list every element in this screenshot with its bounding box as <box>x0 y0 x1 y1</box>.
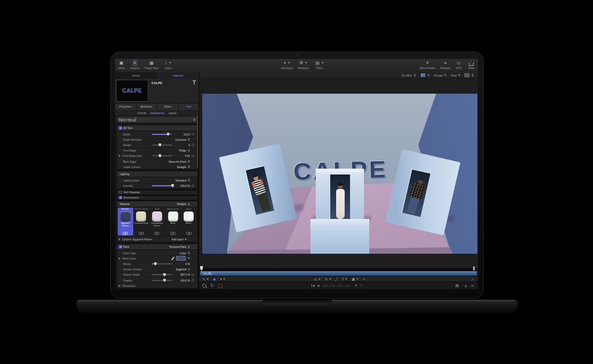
slider-depth[interactable] <box>152 134 172 135</box>
tool-mask-tool-icon[interactable] <box>363 277 366 281</box>
toolbar-button-library[interactable]: Library <box>118 59 125 70</box>
expand-icon[interactable] <box>470 277 474 281</box>
channel-swatch-control[interactable] <box>420 73 430 78</box>
disclosure-triangle-icon[interactable] <box>119 257 120 260</box>
tool-layers-icon[interactable] <box>455 284 459 287</box>
disclosure-triangle-icon[interactable] <box>119 285 120 287</box>
toolbar-button-filters[interactable]: Filters <box>314 59 325 70</box>
field-value[interactable]: 100.0 % <box>175 184 190 187</box>
viewer[interactable]: CALPE <box>202 94 477 254</box>
link-icon[interactable] <box>170 232 176 234</box>
slider-intensity[interactable] <box>152 185 172 186</box>
slider-thumb[interactable] <box>158 154 161 157</box>
popup-depth-direction[interactable]: Centered <box>171 138 186 141</box>
keyframe-icon[interactable] <box>192 274 194 276</box>
tab-properties[interactable]: Properties <box>115 103 136 110</box>
field-value[interactable]: 0 % <box>175 262 190 266</box>
toolbar-button-project-pane[interactable]: Project Pane <box>145 59 158 70</box>
popup-front-edge[interactable]: Ridge <box>171 149 186 152</box>
disclosure-triangle-icon[interactable] <box>119 238 120 240</box>
view-menu[interactable]: View <box>451 74 460 77</box>
keyframe-icon[interactable] <box>192 143 194 146</box>
tab-text[interactable]: Text <box>179 103 200 110</box>
field-value[interactable]: 4.61 <box>175 154 190 157</box>
tool-zoom-icon[interactable] <box>202 284 206 287</box>
subtab-layout[interactable]: Layout <box>168 111 176 115</box>
checkrow-environment[interactable]: Environment <box>116 195 198 200</box>
popup-surface-texture[interactable]: Eggshell <box>171 268 186 271</box>
stepper-icon[interactable] <box>188 165 190 168</box>
tool-loop-icon[interactable] <box>210 284 214 287</box>
stepper-icon[interactable] <box>188 149 190 152</box>
slider-weight[interactable] <box>152 145 172 146</box>
render-menu[interactable]: Render <box>434 74 446 77</box>
tool-image-tool-icon[interactable] <box>352 277 359 281</box>
checkbox[interactable] <box>119 191 122 194</box>
stepper-icon[interactable] <box>188 203 190 206</box>
checkbox[interactable] <box>119 245 122 248</box>
keyframe-icon[interactable] <box>192 279 194 282</box>
toolbar-button-replicate[interactable]: Replicate <box>440 59 451 70</box>
stepper-icon[interactable] <box>188 268 190 271</box>
stepper-icon[interactable] <box>188 246 190 248</box>
toolbar-button-hud[interactable]: HUD <box>455 59 462 70</box>
paint-color-swatch[interactable] <box>176 256 186 261</box>
tool-pen-tool-icon[interactable] <box>325 277 331 281</box>
toolbar-button-import[interactable]: Import <box>163 59 173 70</box>
keyframe-icon[interactable] <box>192 185 194 187</box>
toolbar-button-make-particles[interactable]: Make Particles <box>420 59 436 70</box>
loop-playback-icon[interactable] <box>360 284 363 287</box>
field-value[interactable]: 100.0 % <box>175 279 190 282</box>
field-value[interactable]: 397.0 % <box>175 273 190 276</box>
tool-cursor-icon[interactable] <box>202 277 209 281</box>
previous-frame-button[interactable] <box>311 284 315 287</box>
checkbox[interactable] <box>119 196 122 199</box>
popup-inside-corners[interactable]: Straight <box>171 165 186 169</box>
tab-behaviors[interactable]: Behaviors <box>136 103 158 110</box>
material-swatch-cracked-paint[interactable]: FRONT EDGECracked Paint <box>134 208 149 236</box>
toolbar-button-add-object[interactable]: Add Object <box>281 59 293 70</box>
tool-adjust-icon[interactable] <box>220 277 225 281</box>
fit-zoom-control[interactable]: Fit: 68% <box>402 74 416 77</box>
stepper-icon[interactable] <box>188 138 190 141</box>
panel-tab-library[interactable]: Library <box>115 72 157 79</box>
pin-icon[interactable] <box>194 81 195 85</box>
tool-sync-icon[interactable] <box>471 284 474 287</box>
tool-text-tool-icon[interactable] <box>342 277 347 281</box>
material-swatch-eggshell-plaster[interactable]: FRONTEggshell Plaster <box>118 208 133 236</box>
popup-paint[interactable]: Textured Paint <box>169 245 186 248</box>
keyframe-icon[interactable] <box>192 133 194 135</box>
toolbar-button-behaviors[interactable]: Behaviors <box>298 59 309 70</box>
material-swatch-basic[interactable]: BACK EDGEBasic <box>165 208 181 236</box>
slider-thumb[interactable] <box>171 184 174 187</box>
tab-filters[interactable]: Filters <box>157 103 179 110</box>
tool-transform-icon[interactable] <box>213 277 216 281</box>
tool-rect-tool-icon[interactable] <box>314 277 321 281</box>
play-button[interactable] <box>318 285 320 287</box>
view-layout-control[interactable] <box>465 73 474 77</box>
checkrow-self-shadows[interactable]: Self Shadows <box>116 190 198 195</box>
panel-scrollbar[interactable] <box>197 115 198 169</box>
slider-texture-depth[interactable] <box>152 274 172 275</box>
slider-sheen[interactable] <box>152 263 172 264</box>
add-layer-button[interactable]: Add Layer <box>171 238 187 241</box>
timeline-ruler[interactable] <box>200 267 477 271</box>
toolbar-button-inspector[interactable]: Inspector <box>130 59 140 70</box>
field-value[interactable]: 0 <box>175 143 190 147</box>
link-icon[interactable] <box>186 232 192 234</box>
stepper-icon[interactable] <box>188 252 190 254</box>
tool-speaker-icon[interactable] <box>463 284 466 288</box>
link-icon[interactable] <box>139 232 144 234</box>
stepper-icon[interactable] <box>188 160 190 163</box>
chevron-down-icon[interactable] <box>355 285 357 286</box>
slider-thumb[interactable] <box>154 262 157 266</box>
slider-front-edge-size[interactable] <box>152 155 172 156</box>
timeline-end-marker[interactable] <box>473 267 475 270</box>
keyframe-icon[interactable] <box>192 155 194 157</box>
popup-back-edge[interactable]: Same As Front <box>169 160 186 163</box>
popup-lighting-style[interactable]: Standard <box>171 179 186 182</box>
popup-material[interactable]: Multiple <box>171 202 186 206</box>
toolbar-button-share[interactable]: Share <box>467 59 475 70</box>
disclosure-triangle-icon[interactable] <box>119 155 120 157</box>
subtab-appearance[interactable]: Appearance <box>150 111 164 115</box>
